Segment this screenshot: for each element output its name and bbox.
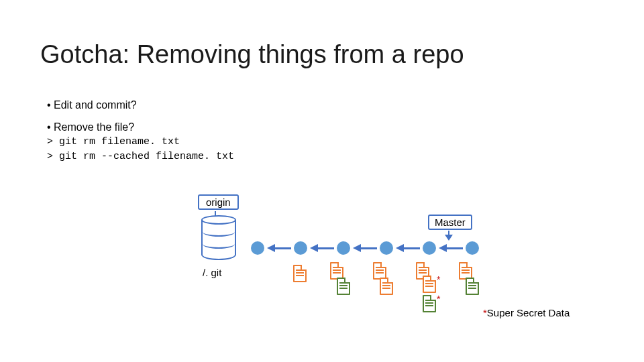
footnote: *Super Secret Data [483, 307, 570, 318]
diagram: origin /. git Master * * *Super Secret D… [0, 194, 644, 349]
footnote-text: Super Secret Data [487, 307, 570, 318]
origin-tag: origin [198, 194, 239, 210]
commit-node [337, 241, 350, 255]
file-icon-starred [423, 295, 436, 312]
star-marker: * [437, 275, 440, 284]
master-pointer-arrow [448, 231, 449, 239]
repo-path-label: /. git [203, 267, 221, 278]
arrow-parent [439, 246, 463, 250]
file-icon-starred [423, 276, 436, 293]
arrow-parent [396, 246, 420, 250]
bullet-remove-file: Remove the file? [47, 119, 234, 135]
body-text: Edit and commit? Remove the file? > git … [47, 97, 234, 164]
command-git-rm-cached: > git rm --cached filename. txt [47, 149, 234, 164]
arrow-parent [353, 246, 377, 250]
commit-node [251, 241, 264, 255]
arrow-parent [310, 246, 334, 250]
commit-node [423, 241, 436, 255]
file-icon [293, 265, 307, 282]
slide-title: Gotcha: Removing things from a repo [40, 40, 464, 69]
file-icon [380, 278, 393, 295]
file-icon [466, 278, 479, 295]
star-marker: * [437, 294, 440, 304]
file-icon [337, 278, 350, 295]
database-icon [201, 220, 236, 260]
commit-node [466, 241, 479, 255]
bullet-edit-commit: Edit and commit? [47, 97, 234, 113]
arrow-parent [267, 246, 291, 250]
commit-node [380, 241, 393, 255]
commit-node [294, 241, 307, 255]
command-git-rm: > git rm filename. txt [47, 135, 234, 149]
master-tag: Master [428, 215, 472, 230]
